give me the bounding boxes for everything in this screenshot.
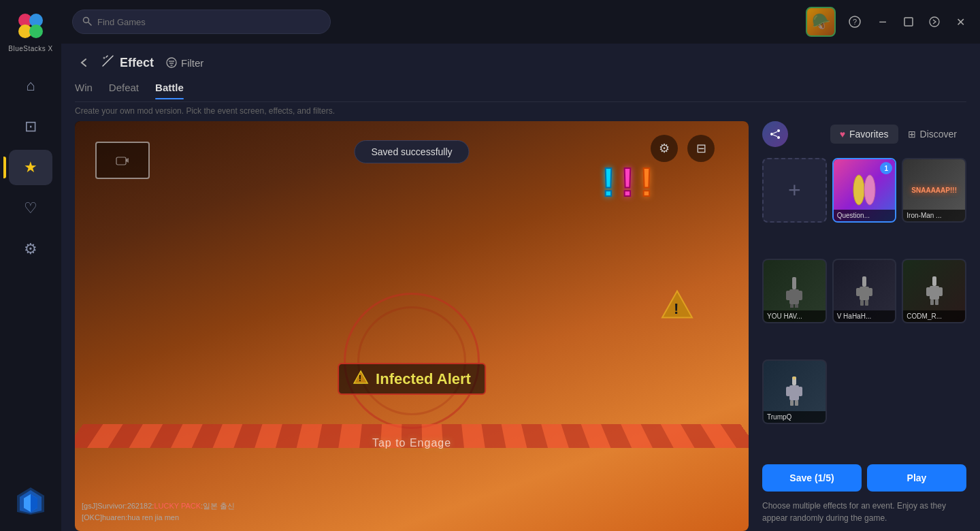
- svg-rect-42: [868, 288, 872, 296]
- filter-label: Filter: [181, 57, 203, 69]
- game-capture-icon[interactable]: ⊟: [687, 135, 715, 162]
- effect-card-ironman[interactable]: SNAAAAAP!!! Iron-Man ...: [902, 158, 966, 223]
- sidebar-item-home[interactable]: ⌂: [9, 68, 52, 103]
- svg-rect-36: [798, 291, 802, 300]
- svg-rect-39: [862, 276, 866, 287]
- bluestacks-logo: [14, 485, 47, 517]
- game-settings-icon[interactable]: ⚙: [651, 135, 678, 162]
- sidebar: BlueStacks X ⌂ ⊡ ★ ♡ ⚙: [0, 0, 61, 531]
- sidebar-item-apps[interactable]: ⊡: [9, 109, 52, 144]
- effect-card-codm[interactable]: CODM_R...: [902, 259, 966, 323]
- svg-rect-48: [938, 287, 943, 296]
- app-name-label: BlueStacks X: [8, 45, 52, 52]
- infected-alert: ! Infected Alert: [338, 363, 486, 395]
- panel-header: ♥ Favorites ⊞ Discover: [762, 121, 966, 151]
- svg-rect-38: [795, 304, 798, 308]
- app-logo: BlueStacks X: [0, 0, 61, 61]
- svg-rect-13: [904, 18, 913, 26]
- svg-line-29: [773, 132, 777, 134]
- svg-rect-56: [795, 400, 798, 406]
- tap-engage-text: Tap to Engage: [372, 437, 451, 449]
- ironman-card-label: Iron-Man ...: [903, 210, 965, 221]
- two-col-layout: Saved successfully ⚙ ⊟: [75, 121, 966, 531]
- close-button[interactable]: ✕: [951, 13, 969, 31]
- right-panel: ♥ Favorites ⊞ Discover +: [762, 121, 966, 531]
- svg-rect-53: [786, 387, 790, 396]
- alert-warning-icon: !: [353, 370, 369, 388]
- panel-description: Choose multiple effects for an event. En…: [762, 500, 966, 524]
- saved-toast: Saved successfully: [354, 140, 469, 163]
- effect-card-question[interactable]: 1 Question...: [832, 158, 897, 223]
- saved-toast-text: Saved successfully: [371, 146, 452, 157]
- svg-rect-47: [926, 287, 930, 296]
- svg-rect-44: [865, 300, 868, 306]
- game-background: Saved successfully ⚙ ⊟: [75, 121, 749, 531]
- camera-preview: [95, 142, 150, 179]
- topbar: 🪖 ? − ✕: [61, 0, 980, 44]
- question-card-label: Question...: [834, 210, 896, 221]
- svg-rect-41: [856, 288, 860, 296]
- minimize-button[interactable]: −: [874, 13, 892, 31]
- save-button[interactable]: Save (1/5): [762, 464, 862, 492]
- svg-rect-43: [860, 300, 864, 306]
- sidebar-item-effects[interactable]: ★: [9, 150, 52, 185]
- sidebar-item-settings[interactable]: ⚙: [9, 231, 52, 267]
- svg-rect-50: [935, 300, 938, 305]
- forward-button[interactable]: [926, 13, 943, 31]
- favorites-tab-label: Favorites: [849, 129, 889, 140]
- page-title-area: Effect: [101, 54, 154, 71]
- svg-point-27: [770, 133, 773, 135]
- svg-rect-20: [116, 157, 126, 165]
- tab-battle[interactable]: Battle: [155, 82, 184, 99]
- svg-rect-49: [930, 300, 934, 305]
- search-bar[interactable]: [72, 10, 331, 34]
- svg-rect-35: [786, 291, 791, 300]
- discover-tab-label: Discover: [920, 129, 957, 140]
- svg-text:?: ?: [853, 18, 857, 26]
- panel-tab-discover[interactable]: ⊞ Discover: [898, 125, 966, 144]
- svg-point-31: [853, 175, 864, 205]
- youhav-card-label: YOU HAV...: [764, 310, 826, 322]
- tab-win[interactable]: Win: [75, 82, 93, 99]
- help-button[interactable]: ?: [844, 11, 866, 33]
- game-chat: [gsJ]Survivor:262182:LUCKY PACK:일본 출신 [O…: [82, 500, 235, 524]
- heart-favorites-icon: ♥: [840, 129, 845, 140]
- filter-button[interactable]: Filter: [166, 57, 203, 69]
- sidebar-item-favorites[interactable]: ♡: [9, 191, 52, 226]
- effect-wand-icon: [101, 54, 114, 71]
- svg-rect-33: [792, 277, 796, 289]
- search-icon: [82, 16, 92, 28]
- effect-card-trumpq[interactable]: TrumpQ: [762, 359, 827, 424]
- search-input[interactable]: [97, 17, 321, 27]
- effects-star-icon: ★: [24, 159, 37, 176]
- play-button[interactable]: Play: [867, 464, 966, 492]
- game-warning: !: [660, 289, 694, 322]
- game-avatar[interactable]: 🪖: [806, 7, 836, 37]
- svg-marker-21: [126, 158, 129, 163]
- svg-point-3: [29, 25, 43, 38]
- tab-defeat[interactable]: Defeat: [109, 82, 139, 99]
- svg-point-9: [84, 17, 89, 22]
- vhahah-card-label: V HaHaH...: [834, 310, 896, 322]
- game-viewport: Saved successfully ⚙ ⊟: [75, 121, 749, 531]
- panel-tab-favorites[interactable]: ♥ Favorites: [830, 125, 898, 144]
- effect-card-youhav[interactable]: YOU HAV...: [762, 259, 827, 323]
- exclamation-effects: ! ! !: [602, 162, 653, 203]
- share-button[interactable]: [762, 121, 788, 147]
- svg-rect-46: [930, 286, 939, 300]
- svg-line-30: [773, 135, 777, 137]
- svg-point-26: [777, 129, 780, 132]
- svg-rect-37: [790, 304, 794, 308]
- back-button[interactable]: [75, 53, 94, 72]
- svg-text:!: !: [359, 374, 361, 383]
- maximize-button[interactable]: [900, 13, 917, 31]
- content-area: Effect Filter Win Defeat Battle: [61, 44, 980, 531]
- trumpq-card-label: TrumpQ: [764, 411, 826, 423]
- alert-text: Infected Alert: [376, 370, 471, 388]
- svg-point-32: [864, 175, 875, 205]
- apps-icon: ⊡: [24, 118, 37, 135]
- chat-line-1: [gsJ]Survivor:262182:LUCKY PACK:일본 출신: [82, 500, 235, 513]
- page-header: Effect Filter: [75, 44, 966, 78]
- effect-card-vhahah[interactable]: V HaHaH...: [832, 259, 897, 323]
- add-effect-card[interactable]: +: [762, 158, 827, 223]
